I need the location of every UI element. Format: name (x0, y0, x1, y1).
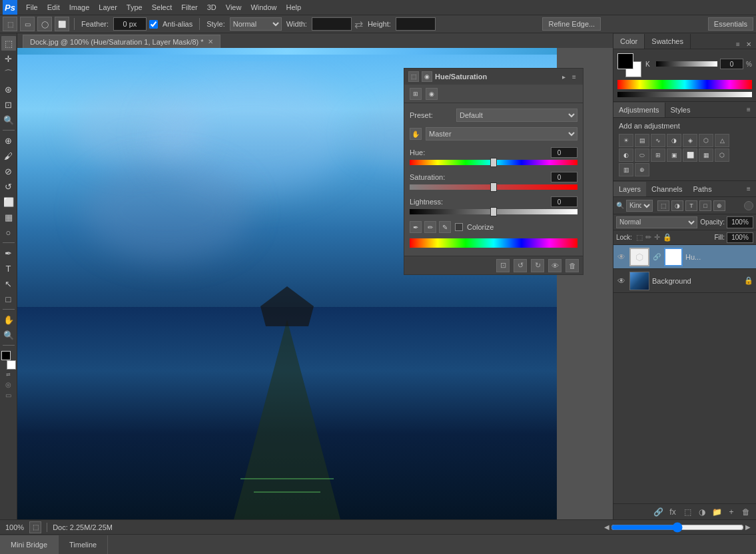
layers-kind-select[interactable]: Kind (626, 200, 653, 212)
adj-channelmixer[interactable]: ⊞ (651, 148, 665, 162)
filter-toggle-btn[interactable] (744, 201, 753, 210)
selection-tool-btn[interactable]: ⬚ (3, 17, 17, 31)
layer-huesat[interactable]: 👁 ⬡ 🔗 Hu... (613, 245, 756, 269)
move-tool[interactable]: ✛ (1, 51, 16, 66)
k-input[interactable] (720, 59, 743, 69)
lock-position-icon[interactable]: ✛ (654, 233, 660, 242)
grid-icon[interactable]: ⊞ (410, 88, 422, 100)
menu-3d[interactable]: 3D (202, 2, 221, 13)
pixel-icon[interactable]: ◉ (422, 71, 432, 82)
zoom-tool[interactable]: 🔍 (1, 328, 16, 342)
tab-channels[interactable]: Channels (646, 182, 687, 196)
adj-colorbalance[interactable]: △ (715, 134, 729, 147)
zoom-icon[interactable]: ⬚ (29, 521, 41, 533)
filter-adj-icon[interactable]: ◑ (671, 200, 683, 211)
color-panel-menu[interactable]: ≡ (733, 39, 743, 49)
refine-edge-btn[interactable]: Refine Edge... (542, 17, 601, 31)
redo-btn[interactable]: ↻ (531, 259, 544, 272)
adj-collorlookup[interactable]: ▣ (667, 148, 681, 162)
lock-image-icon[interactable]: ✏ (645, 233, 651, 242)
spot-heal-tool[interactable]: ⊕ (1, 133, 16, 148)
hue-track[interactable] (410, 160, 577, 165)
quick-mask-btn[interactable]: ◎ (5, 381, 11, 388)
fill-input[interactable] (727, 232, 753, 243)
circle-icon[interactable]: ◉ (426, 88, 438, 100)
menu-edit[interactable]: Edit (43, 2, 65, 13)
add-mask-btn[interactable]: ⬚ (681, 506, 693, 518)
new-layer-btn[interactable]: + (725, 506, 737, 518)
background-color-box[interactable] (7, 360, 16, 370)
adj-gradientmap[interactable]: ▥ (619, 163, 633, 176)
adj-panel-menu[interactable]: ≡ (744, 105, 753, 115)
color-panel-close[interactable]: ✕ (744, 39, 753, 49)
single-row-sel-btn[interactable]: ⬜ (55, 17, 69, 31)
layer-mask-huesat[interactable] (664, 248, 683, 266)
menu-filter[interactable]: Filter (177, 2, 202, 13)
ellipse-sel-btn[interactable]: ◯ (37, 17, 52, 31)
k-slider[interactable] (656, 61, 717, 67)
rect-sel-btn[interactable]: ▭ (20, 17, 35, 31)
height-input[interactable] (396, 17, 436, 31)
feather-input[interactable] (113, 17, 147, 31)
style-select[interactable]: Normal Fixed Ratio Fixed Size (230, 17, 282, 31)
tab-styles[interactable]: Styles (665, 103, 696, 117)
properties-header[interactable]: ⬚ ◉ Hue/Saturation ▸ ≡ (404, 69, 583, 85)
filter-shape-icon[interactable]: □ (699, 200, 711, 211)
filter-type-icon[interactable]: T (685, 200, 697, 211)
tab-swatches[interactable]: Swatches (645, 34, 691, 49)
eraser-tool[interactable]: ⬜ (1, 194, 16, 209)
pen-tool[interactable]: ✒ (1, 246, 16, 260)
antialias-checkbox[interactable] (149, 20, 158, 29)
layer-eye-huesat[interactable]: 👁 (616, 252, 627, 262)
adj-invert[interactable]: ⬜ (683, 148, 697, 162)
status-forward-btn[interactable]: ▶ (745, 523, 751, 531)
sat-input[interactable] (551, 172, 577, 182)
lock-transparent-icon[interactable]: ⬚ (636, 233, 643, 242)
status-back-btn[interactable]: ◀ (604, 523, 609, 531)
menu-select[interactable]: Select (147, 2, 177, 13)
lock-all-icon[interactable]: 🔒 (663, 233, 672, 242)
prop-expand-btn[interactable]: ▸ (559, 72, 568, 81)
mask-icon[interactable]: ⬚ (408, 71, 419, 82)
tab-adjustments[interactable]: Adjustments (613, 103, 665, 117)
crop-tool[interactable]: ⊡ (1, 97, 16, 112)
brush-tool[interactable]: 🖌 (1, 148, 16, 163)
new-adj-layer-btn[interactable]: ◑ (696, 506, 708, 518)
opacity-input[interactable] (727, 216, 753, 228)
fg-color-swatch[interactable] (617, 53, 633, 69)
marquee-tool[interactable]: ⬚ (1, 36, 16, 51)
menu-type[interactable]: Type (122, 2, 147, 13)
layers-panel-menu[interactable]: ≡ (744, 184, 753, 194)
adj-curves[interactable]: ∿ (651, 134, 665, 147)
colorize-checkbox[interactable] (455, 223, 463, 231)
light-input[interactable] (551, 196, 577, 207)
menu-view[interactable]: View (221, 2, 246, 13)
close-tab-icon[interactable]: ✕ (208, 38, 213, 45)
add-style-btn[interactable]: fx (667, 506, 679, 518)
screen-mode-btn[interactable]: ▭ (5, 392, 11, 399)
lasso-tool[interactable]: ⌒ (1, 67, 16, 81)
shape-tool[interactable]: □ (1, 292, 16, 306)
menu-image[interactable]: Image (65, 2, 95, 13)
color-spectrum[interactable] (617, 80, 752, 89)
blend-mode-select[interactable]: Normal Dissolve Multiply Screen Overlay (616, 216, 697, 228)
grayscale-bar[interactable] (617, 92, 752, 97)
menu-layer[interactable]: Layer (94, 2, 122, 13)
channel-hand-icon[interactable]: ✋ (410, 128, 422, 140)
new-group-btn[interactable]: 📁 (711, 506, 723, 518)
sample-minus-icon[interactable]: ✎ (439, 221, 451, 233)
foreground-color-box[interactable] (1, 351, 11, 360)
preset-select[interactable]: Default Custom (456, 109, 577, 122)
eyedropper-tool[interactable]: 🔍 (1, 113, 16, 127)
quick-select-tool[interactable]: ⊛ (1, 82, 16, 97)
scroll-bar[interactable] (611, 525, 744, 530)
history-brush-tool[interactable]: ↺ (1, 179, 16, 194)
sample-plus-icon[interactable]: ✏ (424, 221, 436, 233)
clone-tool[interactable]: ⊘ (1, 164, 16, 178)
adj-vibrance[interactable]: ◈ (683, 134, 697, 147)
hand-tool[interactable]: ✋ (1, 312, 16, 327)
link-layers-btn[interactable]: 🔗 (652, 506, 664, 518)
adj-photofilter[interactable]: ⬭ (635, 148, 649, 162)
undo-btn[interactable]: ↺ (514, 259, 527, 272)
path-selection-tool[interactable]: ↖ (1, 276, 16, 291)
